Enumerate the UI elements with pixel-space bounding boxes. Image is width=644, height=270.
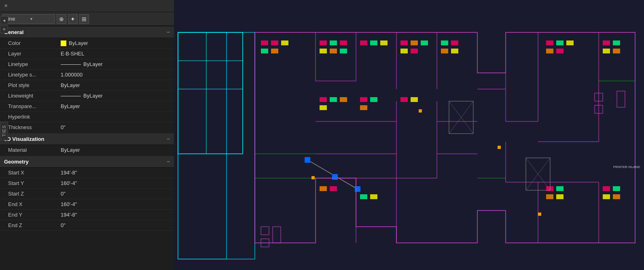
layer-value[interactable]: E·B·SHEL — [61, 51, 170, 57]
svg-rect-61 — [320, 97, 327, 102]
property-row-plot-style: Plot style ByLayer — [0, 80, 174, 91]
svg-rect-67 — [360, 105, 367, 110]
svg-rect-64 — [320, 105, 327, 110]
end-y-label: End Y — [8, 212, 61, 218]
start-y-label: Start Y — [8, 180, 61, 186]
svg-rect-35 — [330, 40, 337, 45]
svg-rect-50 — [441, 49, 448, 53]
lineweight-label: Lineweight — [8, 93, 61, 99]
layer-label: Layer — [8, 51, 61, 57]
geometry-collapse-button[interactable]: − — [167, 158, 170, 165]
svg-rect-103 — [538, 213, 541, 216]
end-x-value[interactable]: 160'-4" — [61, 201, 170, 207]
properties-panel: General − Color ByLayer Layer E·B·SHEL L… — [0, 26, 174, 270]
svg-rect-77 — [320, 186, 327, 191]
svg-rect-71 — [305, 157, 310, 163]
property-row-start-x: Start X 194'-8" — [0, 168, 174, 178]
svg-rect-82 — [556, 186, 564, 191]
transparency-label: Transpare... — [8, 103, 61, 109]
svg-rect-54 — [566, 40, 574, 45]
linetype-scale-label: Linetype s... — [8, 72, 61, 78]
expand-left-button[interactable]: ✳ — [0, 25, 8, 33]
svg-rect-80 — [370, 194, 377, 199]
svg-rect-47 — [411, 49, 418, 53]
linetype-scale-value[interactable]: 1.000000 — [61, 72, 170, 78]
property-row-start-y: Start Y 160'-4" — [0, 178, 174, 189]
close-button[interactable]: ✕ — [2, 3, 9, 9]
svg-rect-72 — [332, 174, 338, 180]
3d-visualization-label: 3D Visualization — [4, 136, 44, 142]
lineweight-line-icon — [61, 96, 81, 96]
property-row-linetype: Linetype ByLayer — [0, 59, 174, 70]
toolbar-row: Line ▼ ⊕ ✦ ⊞ — [0, 12, 174, 26]
svg-rect-57 — [603, 40, 610, 45]
end-y-value[interactable]: 194'-8" — [61, 212, 170, 218]
svg-rect-102 — [311, 176, 315, 179]
cad-drawing-area[interactable]: PRINTER ISLAND — [174, 0, 644, 270]
properties-tab-label: TIES — [0, 121, 8, 140]
svg-rect-60 — [613, 49, 620, 53]
dropdown-value: Line — [5, 16, 28, 22]
geometry-section-header[interactable]: Geometry − — [0, 155, 174, 168]
svg-rect-79 — [360, 194, 367, 199]
property-row-end-x: End X 160'-4" — [0, 199, 174, 210]
thickness-label: Thickness — [8, 124, 61, 130]
3d-visualization-collapse-button[interactable]: − — [167, 136, 170, 142]
start-x-label: Start X — [8, 170, 61, 176]
general-collapse-button[interactable]: − — [167, 29, 170, 35]
transparency-value[interactable]: ByLayer — [61, 103, 170, 109]
svg-text:PRINTER ISLAND: PRINTER ISLAND — [613, 165, 640, 169]
color-value[interactable]: ByLayer — [61, 40, 170, 47]
linetype-value[interactable]: ByLayer — [61, 61, 170, 67]
property-row-layer: Layer E·B·SHEL — [0, 49, 174, 59]
plot-style-label: Plot style — [8, 82, 61, 88]
svg-rect-32 — [261, 49, 268, 53]
property-row-linetype-scale: Linetype s... 1.000000 — [0, 70, 174, 80]
property-row-material: Material ByLayer — [0, 145, 174, 155]
property-row-end-y: End Y 194'-8" — [0, 210, 174, 220]
collapse-left-button[interactable]: ◄ — [0, 16, 8, 24]
color-label: Color — [8, 40, 61, 46]
svg-rect-55 — [546, 49, 553, 53]
sidebar-top-bar: ✕ — [0, 0, 174, 12]
object-type-dropdown[interactable]: Line ▼ — [2, 14, 55, 24]
properties-sidebar: ✕ ◄ ✳ Line ▼ ⊕ ✦ ⊞ TIES General − Color … — [0, 0, 174, 270]
svg-rect-51 — [451, 49, 458, 53]
start-z-value[interactable]: 0" — [61, 191, 170, 197]
svg-rect-36 — [340, 40, 347, 45]
svg-rect-48 — [441, 40, 448, 45]
svg-rect-59 — [603, 49, 610, 53]
3d-visualization-section-header[interactable]: 3D Visualization − — [0, 133, 174, 145]
svg-rect-85 — [603, 186, 610, 191]
svg-rect-53 — [556, 40, 564, 45]
svg-rect-34 — [320, 40, 327, 45]
end-z-value[interactable]: 0" — [61, 222, 170, 228]
property-row-thickness: Thickness 0" — [0, 122, 174, 133]
property-row-start-z: Start Z 0" — [0, 189, 174, 199]
svg-rect-29 — [261, 40, 268, 45]
svg-rect-49 — [451, 40, 458, 45]
start-z-label: Start Z — [8, 191, 61, 197]
svg-rect-45 — [421, 40, 428, 45]
material-value[interactable]: ByLayer — [61, 147, 170, 153]
general-section-header[interactable]: General − — [0, 26, 174, 38]
toolbar-icon-2[interactable]: ✦ — [68, 14, 78, 24]
svg-rect-63 — [340, 97, 347, 102]
toolbar-icon-3[interactable]: ⊞ — [79, 14, 89, 24]
thickness-value[interactable]: 0" — [61, 124, 170, 130]
start-x-value[interactable]: 194'-8" — [61, 170, 170, 176]
svg-rect-101 — [498, 146, 501, 149]
toolbar-icon-1[interactable]: ⊕ — [57, 14, 66, 24]
svg-rect-58 — [613, 40, 620, 45]
svg-rect-33 — [271, 49, 278, 53]
cad-canvas[interactable]: PRINTER ISLAND — [174, 0, 644, 270]
svg-rect-62 — [330, 97, 337, 102]
dropdown-arrow-icon: ▼ — [30, 17, 52, 21]
plot-style-value[interactable]: ByLayer — [61, 82, 170, 88]
geometry-label: Geometry — [4, 159, 29, 165]
start-y-value[interactable]: 160'-4" — [61, 180, 170, 186]
property-row-hyperlink: Hyperlink — [0, 112, 174, 122]
svg-rect-31 — [281, 40, 288, 45]
lineweight-value[interactable]: ByLayer — [61, 93, 170, 99]
svg-rect-83 — [546, 194, 553, 199]
